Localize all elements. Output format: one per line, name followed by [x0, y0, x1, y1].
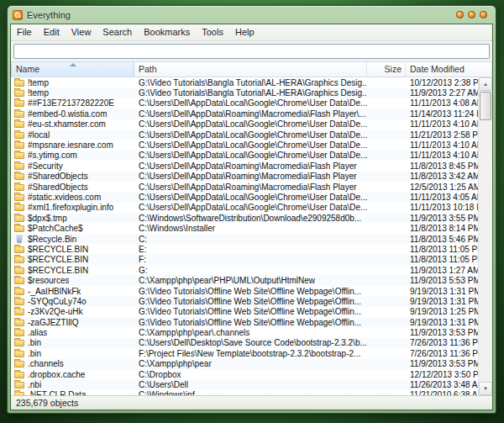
close-button[interactable]	[480, 11, 487, 19]
menu-item-view[interactable]: View	[66, 24, 97, 40]
name-cell: .dropbox.cache	[11, 370, 134, 379]
file-row[interactable]: #xml1.firefoxplugin.info C:\Users\Dell\A…	[11, 203, 478, 213]
file-row[interactable]: -_AaIHBlNkFk G:\Video Tutorials\Offline …	[11, 286, 478, 296]
file-path: C:\Users\Dell\AppData\Local\Google\Chrom…	[139, 98, 367, 108]
name-cell: #local	[11, 130, 134, 140]
file-row[interactable]: #Security C:\Users\Dell\AppData\Roaming\…	[11, 161, 478, 171]
vertical-scrollbar[interactable]: ▲ ▼	[478, 77, 492, 395]
name-cell: $PatchCache$	[11, 224, 134, 233]
menu-item-tools[interactable]: Tools	[196, 24, 229, 40]
file-row[interactable]: .dropbox.cache C:\Dropbox 12/12/2013 3:5…	[11, 369, 478, 379]
file-path: C:\Users\Dell\Desktop\Save Source Code\b…	[139, 338, 367, 347]
file-row[interactable]: #static.xvideos.com C:\Users\Dell\AppDat…	[11, 192, 478, 202]
path-cell: G:\Video Tutorials\Offline Web Site\Offl…	[134, 287, 367, 296]
column-header-date-modified[interactable]: Date Modified	[406, 62, 492, 77]
name-cell: #SharedObjects	[11, 172, 134, 181]
name-cell: $dpx$.tmp	[11, 214, 134, 223]
file-row[interactable]: $dpx$.tmp C:\Windows\SoftwareDistributio…	[11, 213, 478, 223]
file-row[interactable]: !temp G:\Video Tutorials\Bangla Tutorial…	[11, 87, 478, 98]
file-row[interactable]: .bin C:\Users\Dell\Desktop\Save Source C…	[11, 338, 478, 348]
file-row[interactable]: #local C:\Users\Dell\AppData\Local\Googl…	[11, 130, 478, 140]
date-modified-cell: 9/19/2013 1:31 PM	[406, 318, 478, 327]
file-name: $RECYCLE.BIN	[28, 266, 88, 275]
search-input[interactable]	[13, 44, 490, 59]
scroll-up-button[interactable]: ▲	[479, 77, 492, 91]
title-bar[interactable]: Everything	[10, 6, 493, 24]
path-cell: F:\Project Files\New Template\bootstrap-…	[134, 349, 367, 358]
file-row[interactable]: $RECYCLE.BIN E: 11/8/2013 11:05 PM	[11, 244, 478, 254]
file-row[interactable]: $PatchCache$ C:\Windows\Installer 11/8/2…	[11, 223, 478, 233]
file-row[interactable]: $resources C:\Xampp\php\pear\PHP\UML\Out…	[11, 275, 478, 285]
date-modified-cell: 11/11/2013 4:08 AM	[406, 98, 478, 108]
column-header-path[interactable]: Path	[134, 62, 367, 77]
file-row[interactable]: -zaGJEZTIllQ G:\Video Tutorials\Offline …	[11, 317, 478, 327]
scrollbar-thumb[interactable]	[480, 92, 491, 120]
file-path: G:\Video Tutorials\Bangla Tutorial\AL-HE…	[139, 88, 367, 98]
scroll-down-button[interactable]: ▼	[479, 382, 492, 395]
file-row[interactable]: -z3Kv2Qe-uHk G:\Video Tutorials\Offline …	[11, 307, 478, 317]
file-name: #SharedObjects	[28, 182, 88, 192]
file-row[interactable]: #eu-st.xhamster.com C:\Users\Dell\AppDat…	[11, 119, 478, 130]
file-row[interactable]: #mpsnare.iesnare.com C:\Users\Dell\AppDa…	[11, 140, 478, 150]
client-area: FileEditViewSearchBookmarksToolsHelp Nam…	[10, 24, 493, 410]
file-date: 11/8/2013 3:42 AM	[410, 172, 478, 181]
date-modified-cell: 11/11/2013 4:10 AM	[406, 151, 478, 160]
file-name: $resources	[28, 276, 69, 285]
file-path: C:\Users\Dell\AppData\Roaming\Macromedia…	[139, 182, 357, 192]
file-row[interactable]: $Recycle.Bin C: 11/8/2013 5:46 PM	[11, 234, 478, 244]
file-date: 11/21/2013 2:58 PM	[410, 130, 478, 140]
name-cell: -zaGJEZTIllQ	[11, 318, 134, 327]
file-row[interactable]: $RECYCLE.BIN G: 11/9/2013 1:27 AM	[11, 265, 478, 275]
path-cell: C:\Users\Dell	[134, 380, 367, 389]
file-date: 11/9/2013 3:55 PM	[410, 214, 478, 223]
date-modified-cell: 11/11/2013 4:05 AM	[406, 193, 478, 202]
file-date: 11/8/2013 11:05 PM	[410, 245, 478, 254]
file-row[interactable]: .nbi C:\Users\Dell 11/26/2013 3:48 AM	[11, 379, 478, 389]
file-row[interactable]: !temp G:\Video Tutorials\Bangla Tutorial…	[11, 77, 478, 87]
menu-item-file[interactable]: File	[11, 24, 38, 40]
file-path: C:\Users\Dell	[139, 380, 188, 389]
folder-icon	[14, 225, 24, 232]
column-header-size[interactable]: Size	[367, 62, 406, 77]
name-cell: -z3Kv2Qe-uHk	[11, 307, 134, 316]
file-row[interactable]: ##F13E72137282220E C:\Users\Dell\AppData…	[11, 98, 478, 108]
file-name: #embed-0.wistia.com	[28, 109, 107, 119]
path-cell: C:\Users\Dell\AppData\Roaming\Macromedia…	[134, 109, 367, 119]
file-row[interactable]: #SharedObjects C:\Users\Dell\AppData\Roa…	[11, 182, 478, 192]
file-path: G:\Video Tutorials\Bangla Tutorial\AL-HE…	[139, 78, 367, 87]
file-row[interactable]: #SharedObjects C:\Users\Dell\AppData\Roa…	[11, 172, 478, 182]
file-row[interactable]: -SYQqCuLy74o G:\Video Tutorials\Offline …	[11, 296, 478, 306]
column-header-path-label: Path	[139, 64, 157, 74]
path-cell: C:\Users\Dell\AppData\Local\Google\Chrom…	[134, 140, 367, 150]
file-date: 11/11/2013 10:18 PM	[410, 203, 478, 212]
file-row[interactable]: .channels C:\Xampp\php\pear 11/9/2013 3:…	[11, 359, 478, 369]
folder-icon	[14, 194, 24, 201]
folder-icon	[14, 340, 24, 346]
file-row[interactable]: #s.ytimg.com C:\Users\Dell\AppData\Local…	[11, 151, 478, 161]
file-name: .channels	[28, 359, 64, 368]
file-row[interactable]: .bin F:\Project Files\New Template\boots…	[11, 348, 478, 358]
path-cell: G:\Video Tutorials\Offline Web Site\Offl…	[134, 297, 367, 306]
file-row[interactable]: $RECYCLE.BIN F: 11/8/2013 11:05 PM	[11, 255, 478, 265]
menu-item-bookmarks[interactable]: Bookmarks	[138, 24, 196, 40]
folder-icon	[14, 121, 24, 128]
file-row[interactable]: .alias C:\Xampp\php\pear\.channels 11/9/…	[11, 327, 478, 337]
scrollbar-track[interactable]	[479, 91, 492, 382]
file-name: .nbi	[28, 380, 41, 389]
column-header-name[interactable]: Name	[11, 62, 134, 77]
date-modified-cell: 7/26/2013 11:36 PM	[406, 338, 478, 347]
date-modified-cell: 12/5/2013 1:25 AM	[406, 182, 478, 192]
path-cell: G:\Video Tutorials\Offline Web Site\Offl…	[134, 318, 367, 327]
file-row[interactable]: #embed-0.wistia.com C:\Users\Dell\AppDat…	[11, 108, 478, 119]
file-date: 11/11/2013 4:10 AM	[410, 151, 478, 160]
name-cell: #eu-st.xhamster.com	[11, 119, 134, 129]
menu-item-search[interactable]: Search	[97, 24, 138, 40]
date-modified-cell: 11/8/2013 5:46 PM	[406, 235, 478, 244]
file-name: .alias	[28, 328, 47, 337]
minimize-button[interactable]	[456, 11, 464, 19]
date-modified-cell: 11/9/2013 1:27 AM	[406, 266, 478, 275]
menu-item-edit[interactable]: Edit	[38, 24, 66, 40]
menu-item-help[interactable]: Help	[229, 24, 260, 40]
path-cell: E:	[134, 245, 367, 254]
maximize-button[interactable]	[468, 11, 475, 19]
